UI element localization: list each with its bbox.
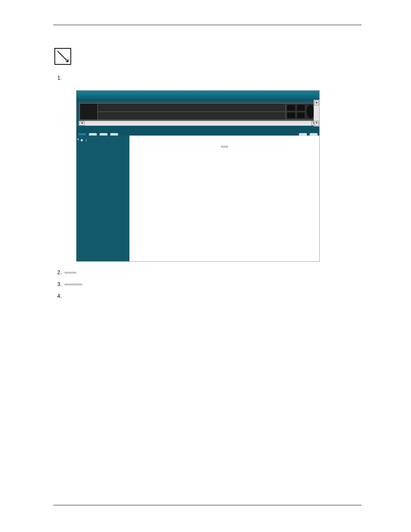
content-pane — [129, 136, 319, 261]
tab-wlan[interactable] — [110, 133, 118, 136]
step-list-cont — [53, 268, 362, 300]
horizontal-scrollbar[interactable]: ◄ ► — [79, 121, 317, 126]
header-rule — [53, 25, 362, 25]
device-label-pad — [80, 104, 97, 120]
reset-device-button[interactable] — [65, 272, 76, 273]
footer-rule — [53, 505, 362, 505]
scroll-left-icon[interactable]: ◄ — [79, 121, 84, 126]
step-1 — [63, 74, 362, 82]
tab-advanced-setup[interactable] — [99, 133, 108, 136]
tab-logout[interactable] — [309, 133, 318, 136]
brand-header — [76, 91, 319, 100]
tab-system[interactable] — [78, 133, 86, 136]
nav-tree — [76, 136, 129, 261]
aux-ports — [286, 104, 316, 120]
tab-help[interactable] — [299, 133, 307, 136]
figure-screenshot: ◄ ► ▲ ▼ — [76, 90, 320, 262]
ports-frame — [79, 102, 317, 121]
ethernet-ports — [98, 104, 285, 120]
tab-basic-setup[interactable] — [89, 133, 97, 136]
note-block — [53, 48, 362, 65]
step-2 — [63, 268, 362, 276]
vertical-scrollbar[interactable]: ▲ ▼ — [314, 100, 319, 126]
note-icon — [54, 48, 71, 65]
reset-button[interactable] — [221, 146, 228, 147]
step-4 — [63, 292, 362, 300]
scroll-down-icon[interactable]: ▼ — [314, 121, 319, 126]
ok-button[interactable] — [65, 284, 82, 285]
step-3 — [63, 280, 362, 288]
front-panel: ◄ ► — [76, 100, 319, 126]
step-list — [53, 74, 362, 82]
scroll-up-icon[interactable]: ▲ — [314, 100, 319, 105]
tab-bar — [76, 126, 319, 136]
